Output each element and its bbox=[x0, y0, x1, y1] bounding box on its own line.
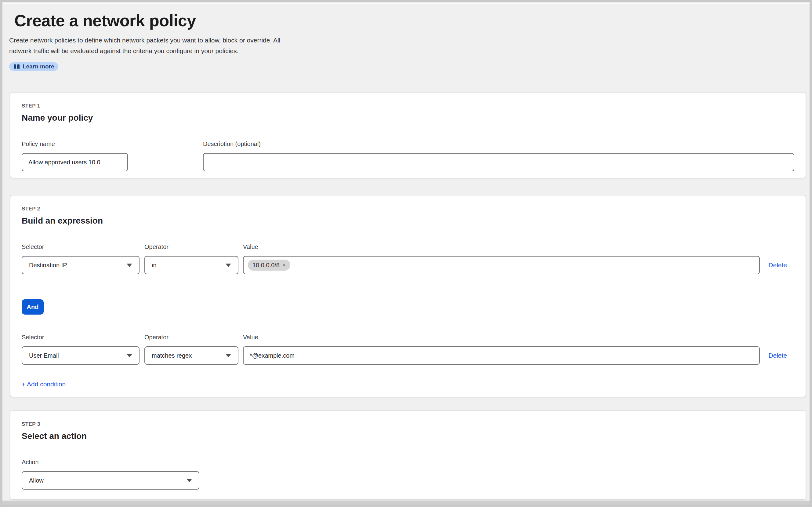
operator-dropdown-value: matches regex bbox=[152, 352, 192, 359]
page-description-line2: network traffic will be evaluated agains… bbox=[9, 46, 810, 56]
operator-label: Operator bbox=[144, 334, 243, 341]
operator-dropdown[interactable]: in bbox=[144, 256, 238, 274]
top-edge-strip bbox=[2, 2, 810, 4]
step3-label: STEP 3 bbox=[22, 421, 794, 427]
value-tag-text: 10.0.0.0/8 bbox=[252, 262, 279, 269]
value-input[interactable]: *@example.com bbox=[243, 346, 760, 365]
delete-condition-link[interactable]: Delete bbox=[768, 352, 787, 359]
condition-row-1: Destination IP in 10.0.0.0/8 × Delete bbox=[22, 256, 794, 274]
action-dropdown-value: Allow bbox=[29, 477, 44, 484]
selector-dropdown-value: User Email bbox=[29, 352, 59, 359]
delete-condition-link[interactable]: Delete bbox=[768, 262, 787, 269]
selector-label: Selector bbox=[22, 243, 144, 250]
step2-heading: Build an expression bbox=[22, 216, 794, 226]
operator-label: Operator bbox=[144, 243, 243, 250]
operator-dropdown[interactable]: matches regex bbox=[144, 346, 238, 365]
book-icon bbox=[13, 64, 20, 69]
value-input-text: *@example.com bbox=[250, 352, 295, 359]
action-label: Action bbox=[22, 458, 794, 466]
condition-row-2: User Email matches regex *@example.com D… bbox=[22, 346, 794, 365]
description-label: Description (optional) bbox=[203, 140, 794, 148]
step1-label: STEP 1 bbox=[22, 103, 794, 109]
page-title: Create a network policy bbox=[14, 11, 810, 30]
learn-more-label: Learn more bbox=[22, 63, 54, 70]
selector-dropdown[interactable]: User Email bbox=[22, 346, 139, 365]
page-description-line1: Create network policies to define which … bbox=[9, 35, 810, 46]
chevron-down-icon bbox=[226, 264, 231, 267]
chevron-down-icon bbox=[127, 264, 132, 267]
step3-card: STEP 3 Select an action Action Allow bbox=[10, 410, 806, 500]
remove-tag-icon[interactable]: × bbox=[283, 262, 286, 268]
action-dropdown[interactable]: Allow bbox=[22, 471, 199, 490]
step3-heading: Select an action bbox=[22, 431, 794, 441]
condition2-labels: Selector Operator Value bbox=[22, 334, 794, 341]
policy-name-label: Policy name bbox=[22, 140, 128, 148]
value-label: Value bbox=[243, 334, 794, 341]
horizontal-scrollbar[interactable] bbox=[2, 501, 810, 505]
policy-name-input[interactable] bbox=[22, 153, 128, 171]
and-button[interactable]: And bbox=[22, 299, 44, 315]
selector-dropdown[interactable]: Destination IP bbox=[22, 256, 139, 274]
description-input[interactable] bbox=[203, 153, 794, 171]
value-tag: 10.0.0.0/8 × bbox=[248, 260, 290, 271]
selector-dropdown-value: Destination IP bbox=[29, 262, 67, 269]
selector-label: Selector bbox=[22, 334, 144, 341]
page-description: Create network policies to define which … bbox=[9, 35, 810, 56]
condition1-labels: Selector Operator Value bbox=[22, 243, 794, 250]
chevron-down-icon bbox=[127, 354, 132, 357]
chevron-down-icon bbox=[187, 479, 192, 482]
step2-card: STEP 2 Build an expression Selector Oper… bbox=[10, 195, 806, 397]
page-frame: Create a network policy Create network p… bbox=[0, 0, 812, 507]
value-input[interactable]: 10.0.0.0/8 × bbox=[243, 256, 760, 274]
operator-dropdown-value: in bbox=[152, 262, 157, 269]
step2-label: STEP 2 bbox=[22, 206, 794, 212]
add-condition-link[interactable]: + Add condition bbox=[22, 381, 66, 388]
learn-more-button[interactable]: Learn more bbox=[9, 62, 58, 71]
step1-card: STEP 1 Name your policy Policy name Desc… bbox=[10, 92, 806, 178]
step1-heading: Name your policy bbox=[22, 113, 794, 123]
chevron-down-icon bbox=[226, 354, 231, 357]
value-label: Value bbox=[243, 243, 794, 250]
